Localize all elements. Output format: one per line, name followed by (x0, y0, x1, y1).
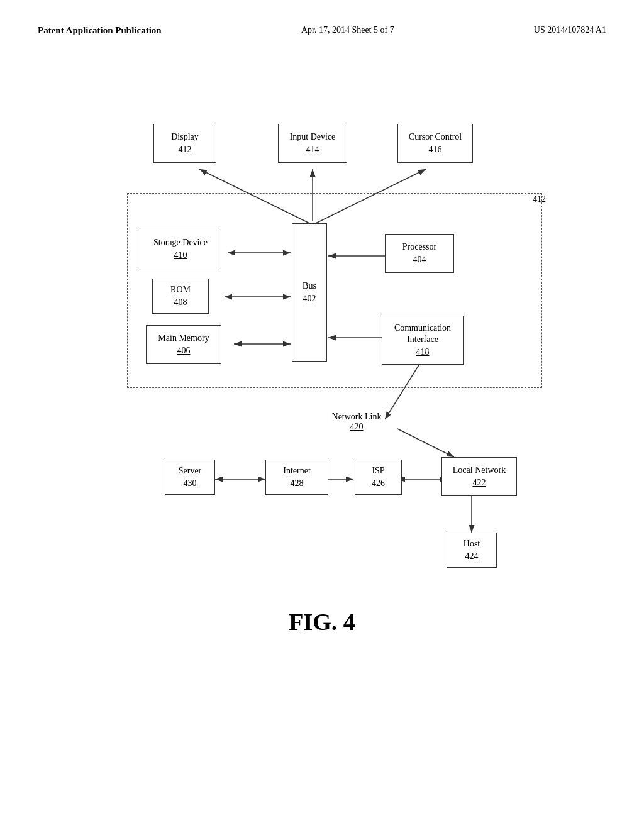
box-cursor-label: Cursor Control (409, 131, 462, 143)
box-isp-label: ISP (372, 465, 384, 477)
box-processor-label: Processor (402, 241, 436, 253)
box-input-num: 414 (306, 144, 319, 155)
box-server-num: 430 (184, 478, 197, 489)
box-server-label: Server (179, 465, 202, 477)
box-comm-num: 418 (416, 346, 430, 358)
box-rom: ROM 408 (152, 279, 209, 314)
box-processor-num: 404 (413, 254, 426, 265)
box-input-device: Input Device 414 (278, 124, 347, 163)
box-server: Server 430 (165, 460, 215, 495)
box-bus-label: Bus (303, 280, 316, 292)
patent-header-left: Patent Application Publication (38, 25, 162, 36)
box-main-mem: Main Memory 406 (146, 325, 221, 364)
box-internet-label: Internet (283, 465, 311, 477)
box-comm-label: Communication Interface (394, 323, 451, 345)
box-rom-label: ROM (170, 284, 191, 296)
box-local-net-label: Local Network (453, 465, 506, 476)
box-cursor-num: 416 (429, 144, 442, 155)
box-storage-label: Storage Device (153, 237, 208, 248)
patent-header-right: US 2014/107824 A1 (534, 25, 606, 35)
fig-label: FIG. 4 (64, 608, 580, 636)
net-link-label: Network Link 420 (316, 412, 397, 432)
box-storage-num: 410 (174, 250, 187, 261)
box-cursor-ctrl: Cursor Control 416 (397, 124, 473, 163)
box-storage: Storage Device 410 (140, 230, 221, 268)
box-input-label: Input Device (290, 131, 336, 143)
box-local-net: Local Network 422 (441, 457, 517, 496)
box-main-mem-num: 406 (177, 345, 191, 357)
box-local-net-num: 422 (473, 477, 486, 489)
box-rom-num: 408 (174, 297, 187, 308)
box-display-label: Display (171, 131, 199, 143)
diagram-container: 412 Display 412 Input Device 414 Cursor … (64, 67, 580, 728)
box-host: Host 424 (447, 533, 497, 568)
box-host-label: Host (464, 538, 480, 550)
box-isp: ISP 426 (355, 460, 402, 495)
box-internet: Internet 428 (265, 460, 328, 495)
patent-header-center: Apr. 17, 2014 Sheet 5 of 7 (301, 25, 394, 35)
svg-line-13 (397, 429, 454, 457)
box-processor: Processor 404 (385, 234, 454, 273)
box-bus-num: 402 (303, 293, 316, 304)
box-comm-iface: Communication Interface 418 (382, 316, 464, 365)
outer-box-label-400: 412 (533, 194, 546, 204)
box-isp-num: 426 (372, 478, 385, 489)
box-display-num: 412 (179, 144, 192, 155)
box-bus: Bus 402 (292, 223, 327, 362)
box-internet-num: 428 (291, 478, 304, 489)
box-host-num: 424 (465, 551, 479, 562)
box-display: Display 412 (153, 124, 216, 163)
box-main-mem-label: Main Memory (158, 333, 209, 344)
